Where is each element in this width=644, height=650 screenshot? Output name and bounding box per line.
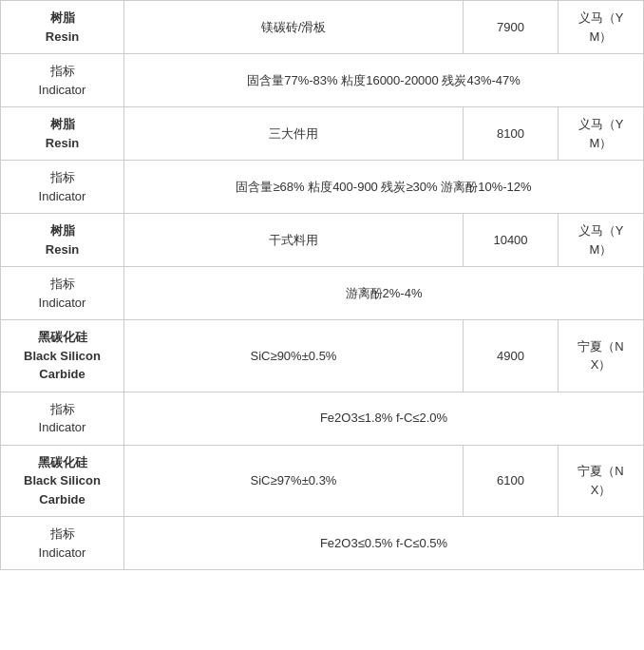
- table-row: 指标Indicator固含量77%-83% 粘度16000-20000 残炭43…: [1, 54, 644, 107]
- product-name-zh: 树脂: [46, 9, 79, 28]
- product-desc-cell: SiC≥90%±0.5%: [124, 320, 464, 392]
- indicator-desc-cell: 固含量≥68% 粘度400-900 残炭≥30% 游离酚10%-12%: [124, 161, 644, 213]
- table-row: 指标IndicatorFe2O3≤1.8% f-C≤2.0%: [1, 392, 644, 446]
- product-price-cell: 6100: [464, 446, 559, 517]
- product-name-en: Black Silicon Carbide: [10, 347, 114, 384]
- indicator-en: Indicator: [39, 187, 86, 206]
- product-name-cell: 树脂Resin: [1, 107, 124, 160]
- indicator-zh: 指标: [39, 275, 86, 294]
- product-price-cell: 7900: [464, 1, 559, 53]
- table-row: 黑碳化硅Black Silicon CarbideSiC≥90%±0.5%490…: [1, 320, 644, 392]
- indicator-label-cell: 指标Indicator: [1, 267, 124, 319]
- indicator-desc-cell: 游离酚2%-4%: [124, 267, 644, 319]
- indicator-desc-cell: Fe2O3≤1.8% f-C≤2.0%: [124, 392, 644, 445]
- indicator-label-cell: 指标Indicator: [1, 392, 124, 445]
- indicator-en: Indicator: [39, 544, 86, 563]
- product-name-en: Resin: [46, 134, 79, 153]
- table-row: 树脂Resin干式料用10400义马（Y M）: [1, 214, 644, 267]
- product-name-en: Black Silicon Carbide: [10, 471, 114, 508]
- table-row: 指标Indicator游离酚2%-4%: [1, 267, 644, 320]
- product-name-cell: 黑碳化硅Black Silicon Carbide: [1, 446, 124, 517]
- product-price-cell: 8100: [464, 107, 559, 160]
- product-name-en: Resin: [46, 240, 79, 259]
- indicator-zh: 指标: [39, 62, 86, 81]
- table-row: 指标IndicatorFe2O3≤0.5% f-C≤0.5%: [1, 517, 644, 570]
- table-row: 树脂Resin三大件用8100义马（Y M）: [1, 107, 644, 161]
- product-price-cell: 10400: [464, 214, 559, 266]
- indicator-label-cell: 指标Indicator: [1, 517, 124, 569]
- indicator-label-cell: 指标Indicator: [1, 161, 124, 213]
- table-row: 黑碳化硅Black Silicon CarbideSiC≥97%±0.3%610…: [1, 446, 644, 518]
- indicator-label-cell: 指标Indicator: [1, 54, 124, 106]
- product-name-zh: 树脂: [46, 221, 79, 240]
- product-desc-cell: 干式料用: [124, 214, 464, 266]
- product-name-cell: 树脂Resin: [1, 214, 124, 266]
- indicator-desc-cell: Fe2O3≤0.5% f-C≤0.5%: [124, 517, 644, 569]
- indicator-zh: 指标: [39, 168, 86, 187]
- indicator-en: Indicator: [39, 418, 86, 437]
- product-name-cell: 黑碳化硅Black Silicon Carbide: [1, 320, 124, 392]
- table-row: 树脂Resin镁碳砖/滑板7900义马（Y M）: [1, 1, 644, 54]
- product-table: 树脂Resin镁碳砖/滑板7900义马（Y M）指标Indicator固含量77…: [0, 0, 644, 570]
- indicator-en: Indicator: [39, 81, 86, 100]
- product-name-en: Resin: [46, 28, 79, 47]
- product-name-zh: 黑碳化硅: [10, 453, 114, 472]
- table-row: 指标Indicator固含量≥68% 粘度400-900 残炭≥30% 游离酚1…: [1, 161, 644, 214]
- product-desc-cell: 三大件用: [124, 107, 464, 160]
- indicator-zh: 指标: [39, 525, 86, 544]
- product-name-zh: 黑碳化硅: [10, 328, 114, 347]
- indicator-zh: 指标: [39, 400, 86, 419]
- product-price-cell: 4900: [464, 320, 559, 392]
- product-origin-cell: 宁夏（N X）: [559, 446, 644, 517]
- product-origin-cell: 义马（Y M）: [559, 1, 644, 53]
- indicator-desc-cell: 固含量77%-83% 粘度16000-20000 残炭43%-47%: [124, 54, 644, 106]
- product-desc-cell: SiC≥97%±0.3%: [124, 446, 464, 517]
- product-origin-cell: 义马（Y M）: [559, 107, 644, 160]
- product-name-zh: 树脂: [46, 115, 79, 134]
- product-desc-cell: 镁碳砖/滑板: [124, 1, 464, 53]
- product-origin-cell: 义马（Y M）: [559, 214, 644, 266]
- indicator-en: Indicator: [39, 294, 86, 313]
- product-origin-cell: 宁夏（N X）: [559, 320, 644, 392]
- product-name-cell: 树脂Resin: [1, 1, 124, 53]
